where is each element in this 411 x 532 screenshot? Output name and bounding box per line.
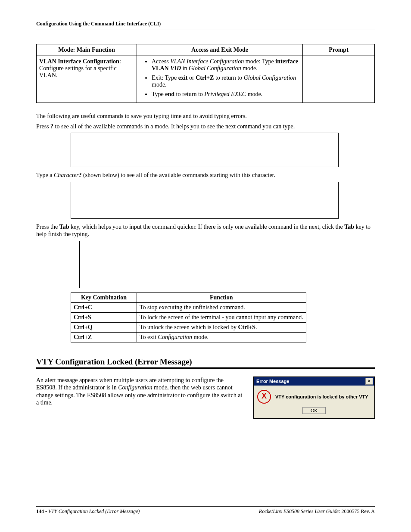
example-box-3 — [79, 241, 347, 288]
mode-table-cell-prompt — [303, 56, 375, 103]
key-row-1-fn: To lock the screen of the terminal - you… — [137, 312, 306, 322]
q-pre: Press — [36, 123, 50, 130]
key-row-2-key: Ctrl+Q — [71, 322, 137, 332]
close-icon[interactable]: × — [365, 378, 373, 385]
example-box-1 — [71, 133, 339, 167]
dialog-titlebar: Error Message × — [254, 377, 374, 386]
character-para: Type a Character? (shown below) to see a… — [36, 171, 375, 179]
footer-rule — [36, 506, 375, 507]
error-dialog: Error Message × X VTY configuration is l… — [253, 376, 375, 419]
key-table-h2: Function — [137, 292, 306, 302]
q-bold: ? — [50, 123, 53, 130]
key-row-3-fn: To exit Configuration mode. — [137, 332, 306, 342]
key-row-0-fn: To stop executing the unfinished command… — [137, 302, 306, 312]
footer-left: 144 - VTY Configuration Locked (Error Me… — [36, 508, 140, 515]
char-pre: Type a — [36, 172, 54, 178]
mode-table-h3: Prompt — [303, 44, 375, 56]
dialog-message: VTY configuration is locked by other VTY — [275, 394, 368, 399]
tab-para: Press the Tab key, which helps you to in… — [36, 223, 375, 238]
tab-2: key, which helps you to input the comman… — [69, 224, 345, 230]
mode-table-cell-mode: VLAN Interface Configuration: Configure … — [37, 56, 137, 103]
section-rule — [36, 367, 375, 369]
question-mark-para: Press ? to see all of the available comm… — [36, 123, 375, 131]
char-post: (shown below) to see all of the availabl… — [82, 172, 275, 178]
tab-b1: Tab — [59, 224, 69, 230]
key-table-h1: Key Combination — [71, 292, 137, 302]
q-post: to see all of the available commands in … — [53, 123, 295, 130]
mode-table: Mode: Main Function Access and Exit Mode… — [36, 44, 375, 103]
key-row-1-key: Ctrl+S — [71, 312, 137, 322]
dialog-title: Error Message — [256, 379, 289, 384]
access-bullet-2: Exit: Type exit or Ctrl+Z to return to G… — [152, 75, 300, 88]
mode-table-h2: Access and Exit Mode — [137, 44, 303, 56]
mode-table-h1: Mode: Main Function — [37, 44, 137, 56]
key-row-0-key: Ctrl+C — [71, 302, 137, 312]
ok-button[interactable]: OK — [302, 407, 326, 414]
tab-b2: Tab — [344, 224, 354, 230]
running-head: Configuration Using the Command Line Int… — [36, 21, 375, 27]
char-em: Character — [54, 172, 79, 178]
mode-table-cell-access: Access VLAN Interface Configuration mode… — [137, 56, 303, 103]
key-combo-table: Key Combination Function Ctrl+C To stop … — [71, 292, 306, 342]
error-icon: X — [257, 390, 271, 404]
access-bullet-1: Access VLAN Interface Configuration mode… — [152, 58, 300, 72]
access-bullet-3: Type end to return to Privileged EXEC mo… — [152, 91, 300, 98]
section-title: VTY Configuration Locked (Error Message) — [36, 357, 375, 367]
intro-para: The following are useful commands to sav… — [36, 112, 375, 120]
footer-right: RocketLinx ES8508 Series User Guide: 200… — [259, 508, 375, 515]
example-box-2 — [71, 182, 339, 219]
char-bold: ? — [79, 172, 82, 178]
mode-name: VLAN Interface Configuration — [39, 58, 119, 65]
header-rule — [36, 29, 375, 29]
tab-1: Press the — [36, 224, 59, 230]
error-paragraph: An alert message appears when multiple u… — [36, 376, 243, 407]
key-row-2-fn: To unlock the screen which is locked by … — [137, 322, 306, 332]
key-row-3-key: Ctrl+Z — [71, 332, 137, 342]
